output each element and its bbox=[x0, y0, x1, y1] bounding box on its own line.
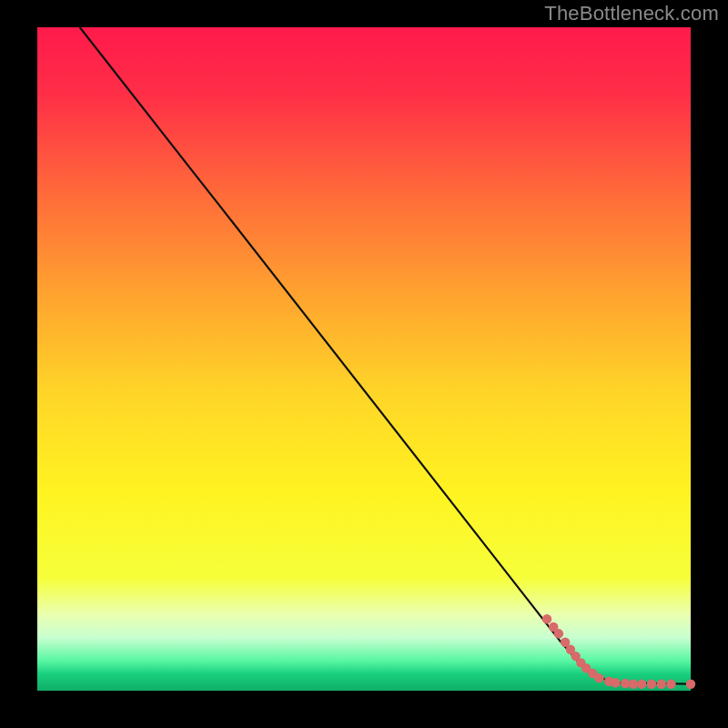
data-point bbox=[594, 673, 603, 682]
plot-background bbox=[37, 27, 691, 691]
data-point bbox=[611, 678, 620, 687]
data-point bbox=[637, 680, 646, 689]
data-point bbox=[656, 680, 665, 689]
data-point bbox=[647, 680, 656, 689]
data-point bbox=[629, 680, 638, 689]
data-point bbox=[542, 614, 551, 623]
chart-frame: TheBottleneck.com bbox=[0, 0, 728, 728]
data-point bbox=[666, 680, 675, 689]
data-point bbox=[686, 680, 695, 689]
data-point bbox=[554, 629, 563, 638]
bottleneck-chart bbox=[0, 0, 728, 728]
